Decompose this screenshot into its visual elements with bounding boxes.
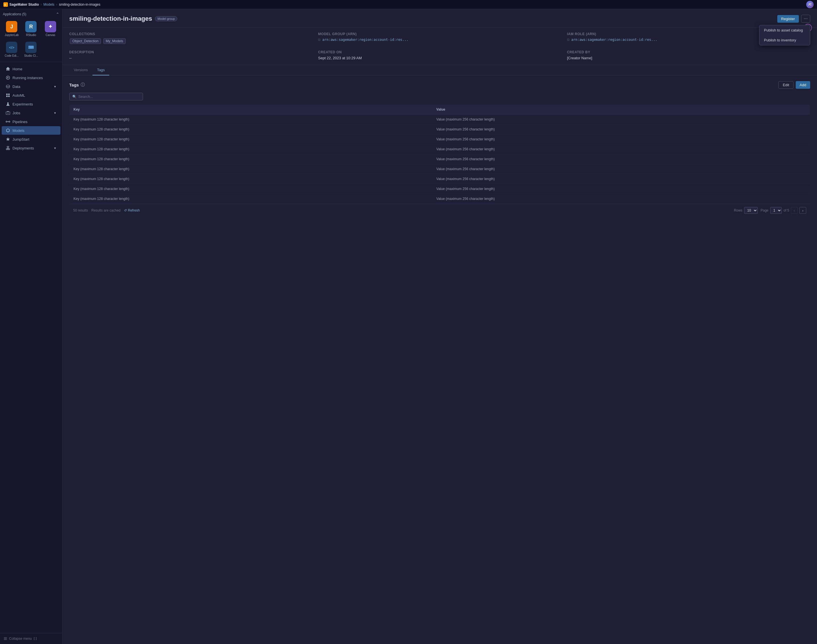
app-canvas[interactable]: ✦ Canvas bbox=[42, 19, 59, 38]
sidebar-item-pipelines[interactable]: Pipelines bbox=[2, 117, 60, 126]
table-row: Key (maximum 128 character length) Value… bbox=[69, 154, 810, 164]
cell-key-4: Key (maximum 128 character length) bbox=[69, 154, 433, 164]
page-label: Page bbox=[760, 209, 768, 212]
rstudio-label: RStudio bbox=[26, 34, 36, 37]
jumpstart-icon bbox=[6, 137, 10, 141]
iam-arn-copy-icon[interactable]: ⧉ bbox=[567, 38, 570, 42]
dropdown-item-publish-catalog[interactable]: Publish to asset catalog bbox=[759, 25, 810, 35]
tags-table-body: Key (maximum 128 character length) Value… bbox=[69, 115, 810, 204]
total-pages: of 5 bbox=[783, 209, 789, 212]
cell-value-0: Value (maximum 256 character length) bbox=[432, 115, 810, 124]
app-rstudio[interactable]: R RStudio bbox=[22, 19, 40, 38]
cell-key-8: Key (maximum 128 character length) bbox=[69, 194, 433, 204]
collapse-menu[interactable]: Collapse menu bbox=[0, 633, 62, 644]
more-options-button[interactable]: ⋯ bbox=[801, 15, 810, 23]
sidebar-item-models[interactable]: Models bbox=[2, 126, 60, 135]
sidebar-item-automl[interactable]: AutoML bbox=[2, 91, 60, 100]
created-on-group: Created on Sept 22, 2023 at 10:29 AM bbox=[318, 50, 561, 60]
next-page-button[interactable]: › bbox=[799, 207, 806, 214]
dropdown-item-publish-inventory[interactable]: Publish to inventory bbox=[759, 35, 810, 45]
created-on-value: Sept 22, 2023 at 10:29 AM bbox=[318, 56, 561, 60]
cell-key-3: Key (maximum 128 character length) bbox=[69, 144, 433, 154]
sidebar-nav: Home Running instances Data ▼ AutoML Exp… bbox=[0, 62, 62, 633]
experiments-label: Experiments bbox=[12, 102, 33, 106]
created-by-group: Created by [Creator Name] bbox=[567, 50, 810, 60]
page-nav: Page 1 2 3 4 5 of 5 ‹ › bbox=[760, 207, 806, 214]
code-editor-icon: </> bbox=[6, 42, 17, 53]
collapse-bracket-icon bbox=[34, 637, 37, 640]
code-editor-label: Code Edi... bbox=[5, 54, 18, 57]
breadcrumb-current: smiling-detection-in-images bbox=[59, 3, 100, 6]
cell-value-2: Value (maximum 256 character length) bbox=[432, 134, 810, 144]
refresh-icon: ↺ bbox=[124, 209, 127, 212]
sidebar-item-jumpstart[interactable]: JumpStart bbox=[2, 135, 60, 144]
table-row: Key (maximum 128 character length) Value… bbox=[69, 115, 810, 124]
header-actions: Register ⋯ Publish to asset catalog Publ… bbox=[777, 15, 810, 23]
app-jupyterlab[interactable]: J JupyterLab bbox=[3, 19, 20, 38]
app-studio-cl[interactable]: ⌨ Studio Cl... bbox=[22, 40, 40, 59]
content-area: smiling-detection-in-images Model group … bbox=[62, 9, 817, 644]
tab-versions[interactable]: Versions bbox=[69, 65, 92, 75]
tags-header: Tags ⓘ Edit Add bbox=[69, 81, 810, 89]
cached-status: Results are cached bbox=[91, 209, 121, 212]
info-icon[interactable]: ⓘ bbox=[81, 82, 85, 87]
edit-button[interactable]: Edit bbox=[779, 81, 793, 89]
register-button[interactable]: Register bbox=[777, 15, 799, 23]
automl-icon bbox=[6, 93, 10, 98]
description-label: Description bbox=[69, 50, 312, 54]
add-button[interactable]: Add bbox=[796, 81, 810, 89]
avatar[interactable]: JC bbox=[806, 1, 814, 8]
collection-tag-1: My_Models bbox=[103, 38, 126, 44]
svg-rect-15 bbox=[7, 146, 9, 147]
sidebar-item-experiments[interactable]: Experiments bbox=[2, 100, 60, 108]
cell-key-1: Key (maximum 128 character length) bbox=[69, 124, 433, 134]
dropdown-menu: Publish to asset catalog Publish to inve… bbox=[759, 25, 810, 45]
sidebar: Applications (5) ⌃ J JupyterLab R RStudi… bbox=[0, 9, 62, 644]
cell-value-4: Value (maximum 256 character length) bbox=[432, 154, 810, 164]
tags-table: Key Value Key (maximum 128 character len… bbox=[69, 104, 810, 204]
studio-cl-icon: ⌨ bbox=[25, 42, 37, 53]
prev-page-button[interactable]: ‹ bbox=[791, 207, 798, 214]
page-select[interactable]: 1 2 3 4 5 bbox=[770, 207, 782, 214]
sidebar-item-jobs[interactable]: Jobs ▼ bbox=[2, 109, 60, 117]
breadcrumb-models[interactable]: Models bbox=[43, 3, 54, 6]
data-label: Data bbox=[12, 84, 20, 89]
model-group-arn-group: Model group (ARN) ⧉ arn:aws:sagemaker:re… bbox=[318, 32, 561, 44]
sidebar-item-running-instances[interactable]: Running instances bbox=[2, 74, 60, 82]
topbar-left: S SageMaker Studio › Models › smiling-de… bbox=[3, 2, 100, 7]
cell-value-1: Value (maximum 256 character length) bbox=[432, 124, 810, 134]
search-input[interactable] bbox=[78, 94, 140, 99]
canvas-icon: ✦ bbox=[45, 21, 56, 32]
table-row: Key (maximum 128 character length) Value… bbox=[69, 184, 810, 194]
collection-tag-0: Object_Detection bbox=[70, 38, 101, 44]
brand-logo[interactable]: S SageMaker Studio bbox=[3, 2, 39, 7]
sidebar-item-home[interactable]: Home bbox=[2, 64, 60, 73]
cell-key-5: Key (maximum 128 character length) bbox=[69, 164, 433, 174]
rows-per-page-select[interactable]: 10 25 50 bbox=[744, 207, 758, 214]
jupyterlab-icon: J bbox=[6, 21, 17, 32]
cell-value-6: Value (maximum 256 character length) bbox=[432, 174, 810, 184]
created-by-value: [Creator Name] bbox=[567, 56, 810, 60]
arn-copy-icon[interactable]: ⧉ bbox=[318, 38, 321, 42]
svg-text:S: S bbox=[4, 3, 6, 6]
svg-rect-5 bbox=[8, 94, 10, 95]
svg-point-3 bbox=[6, 85, 10, 86]
table-footer: 50 results Results are cached ↺ Refresh … bbox=[69, 204, 810, 217]
topbar: S SageMaker Studio › Models › smiling-de… bbox=[0, 0, 817, 9]
apps-collapse-icon[interactable]: ⌃ bbox=[56, 12, 59, 17]
tags-actions: Edit Add bbox=[779, 81, 810, 89]
sagemaker-icon: S bbox=[3, 2, 8, 7]
brand-name: SageMaker Studio bbox=[9, 3, 39, 6]
svg-point-11 bbox=[9, 121, 10, 122]
collections-group: Collections Object_Detection My_Models bbox=[69, 32, 312, 44]
cell-value-3: Value (maximum 256 character length) bbox=[432, 144, 810, 154]
cell-key-7: Key (maximum 128 character length) bbox=[69, 184, 433, 194]
refresh-button[interactable]: ↺ Refresh bbox=[124, 209, 140, 212]
rows-label: Rows bbox=[734, 209, 742, 212]
sidebar-item-deployments[interactable]: Deployments ▼ bbox=[2, 144, 60, 152]
svg-rect-7 bbox=[8, 95, 10, 97]
sidebar-item-data[interactable]: Data ▼ bbox=[2, 82, 60, 91]
app-code-editor[interactable]: </> Code Edi... bbox=[3, 40, 20, 59]
tab-tags[interactable]: Tags bbox=[92, 65, 109, 75]
footer-left: 50 results Results are cached ↺ Refresh bbox=[73, 209, 140, 212]
